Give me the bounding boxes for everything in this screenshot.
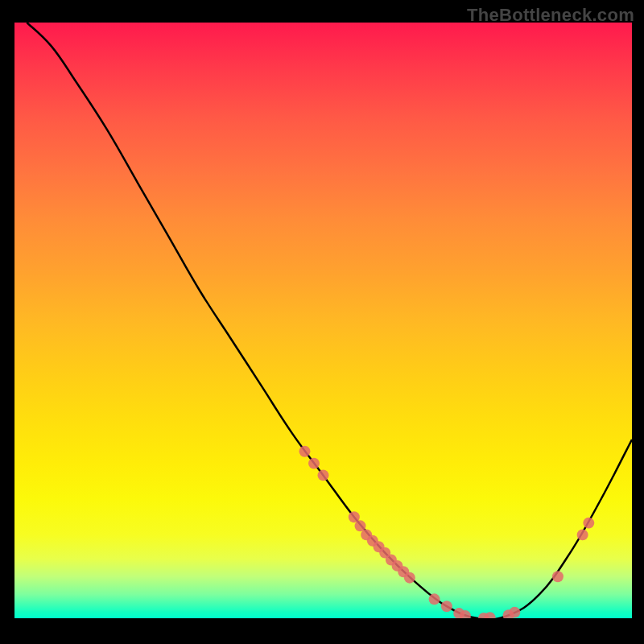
data-point — [404, 572, 415, 584]
data-point — [318, 469, 329, 481]
watermark-text: TheBottleneck.com — [467, 5, 634, 26]
chart-container: TheBottleneck.com — [0, 0, 644, 644]
data-point — [509, 607, 520, 618]
data-point — [485, 612, 496, 618]
data-point — [552, 571, 564, 582]
highlighted-points — [299, 446, 595, 618]
data-point — [308, 458, 320, 469]
data-point — [429, 593, 440, 605]
plot-area — [12, 23, 632, 621]
bottleneck-curve — [27, 23, 632, 618]
data-point — [577, 529, 588, 540]
curve-path — [27, 23, 632, 618]
data-point — [583, 518, 594, 529]
data-point — [441, 601, 452, 612]
data-point — [299, 446, 311, 457]
chart-svg — [14, 23, 632, 618]
